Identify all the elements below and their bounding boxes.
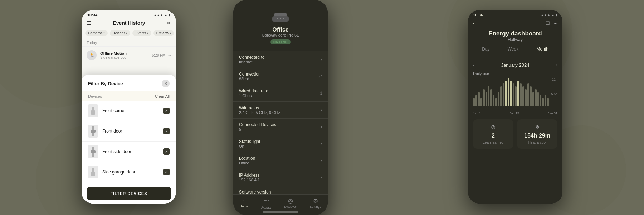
chart-x-label-1: Jan 1 — [473, 111, 481, 115]
menu-icon[interactable]: ☰ — [87, 20, 91, 26]
router-icon-container — [271, 13, 290, 23]
tab-month[interactable]: Month — [536, 47, 548, 54]
phone2-device-name: Office — [272, 27, 288, 33]
svg-rect-7 — [91, 172, 95, 176]
chart-bar — [500, 86, 502, 106]
checkbox-4[interactable]: ✓ — [163, 169, 170, 175]
filter-device-item-3[interactable]: Front side door ✓ — [82, 142, 176, 162]
bidirectional-icon-1: ⇄ — [318, 74, 322, 79]
heat-cool-label: Heat & cool — [528, 140, 547, 144]
chart-bar — [515, 86, 517, 106]
nav-item-settings[interactable]: ⚙ Settings — [309, 197, 321, 209]
chart-bar — [505, 81, 507, 106]
chart-bar — [537, 92, 539, 106]
phone3-nav-bar: ‹ ☐ ··· — [468, 19, 562, 29]
phone3-wifi-icon: ▲ — [551, 13, 555, 17]
prev-month-button[interactable]: ‹ — [473, 62, 475, 68]
list-item-wifi-radios[interactable]: Wifi radios 2.4 GHz, 5 GHz, 6 GHz › — [233, 101, 328, 118]
chart-bar — [532, 92, 534, 106]
activity-icon: 〜 — [263, 197, 269, 205]
filter-chip-preview[interactable]: Preview ▾ — [153, 30, 174, 36]
energy-dashboard-title: Energy dashboard — [473, 30, 557, 37]
filter-devices-button[interactable]: FILTER DEVICES — [87, 187, 171, 200]
device-name-1: Front corner — [102, 108, 163, 113]
event-history-title: Event History — [113, 20, 145, 26]
list-item-ip-address[interactable]: IP Address 192.168.4.1 › — [233, 169, 328, 186]
filter-device-item-2[interactable]: Front door ✓ — [82, 121, 176, 142]
filter-chip-events[interactable]: Events ▾ — [132, 30, 151, 36]
filter-by-device-title: Filter By Device — [88, 81, 123, 86]
event-time: 5:28 PM — [152, 53, 165, 57]
phone2-top: Office Gateway eero Pro 6E ONLINE — [233, 0, 328, 48]
list-item-wired-data-rate[interactable]: Wired data rate 1 Gbps ℹ — [233, 85, 328, 101]
tab-day[interactable]: Day — [482, 47, 489, 54]
svg-rect-11 — [280, 18, 281, 19]
arrow-icon-7: › — [321, 175, 322, 180]
chart-bar — [483, 89, 485, 106]
phone3-tabs: Day Week Month — [468, 47, 562, 58]
svg-rect-5 — [91, 150, 96, 153]
phone1-status-bar: 10:34 ▲▲▲ ▲ ▮ — [82, 10, 176, 19]
filter-overlay-header: Filter By Device ✕ — [82, 75, 176, 91]
chart-bar — [527, 83, 529, 106]
list-item-connected-devices[interactable]: Connected Devices 5 › — [233, 118, 328, 135]
phone1-signal-icon: ▲▲▲ — [153, 13, 163, 17]
chart-x-label-3: Jan 31 — [548, 111, 557, 115]
chart-bar — [478, 92, 480, 106]
event-name: Offline Motion — [100, 51, 128, 56]
chart-bar — [495, 98, 497, 106]
filter-chip-devices[interactable]: Devices ▾ — [110, 30, 131, 36]
filter-close-button[interactable]: ✕ — [162, 80, 170, 87]
chart-bar — [520, 83, 522, 106]
nav-item-home[interactable]: ⌂ Home — [240, 197, 248, 209]
edit-icon[interactable]: ✏ — [167, 20, 171, 26]
filter-button-bar: FILTER DEVICES — [82, 183, 176, 204]
leafs-value: 2 — [492, 133, 495, 139]
tab-week[interactable]: Week — [508, 47, 518, 54]
back-button[interactable]: ‹ — [473, 20, 475, 26]
filter-device-item-1[interactable]: Front corner ✓ — [82, 101, 176, 121]
list-item-connection[interactable]: Connection Wired ⇄ — [233, 68, 328, 85]
nav-item-activity[interactable]: 〜 Activity — [261, 197, 272, 209]
calendar-icon[interactable]: ☐ — [546, 20, 550, 26]
checkbox-2[interactable]: ✓ — [163, 128, 170, 134]
phone1-wifi-icon: ▲ — [164, 13, 167, 17]
chart-bar — [535, 89, 537, 106]
chart-bar — [530, 86, 532, 106]
phone1-header: ☰ Event History ✏ — [82, 19, 176, 29]
chart-bar — [475, 95, 477, 106]
heat-cool-value: 154h 29m — [524, 133, 550, 139]
filter-chip-cameras[interactable]: Cameras ▾ — [85, 30, 108, 36]
next-month-button[interactable]: › — [556, 62, 557, 68]
svg-rect-3 — [91, 130, 96, 133]
phone1-device: 10:34 ▲▲▲ ▲ ▮ ☰ Event History ✏ Cameras … — [82, 10, 176, 204]
more-options-icon[interactable]: ··· — [167, 53, 171, 58]
list-item-connected-to[interactable]: Connected to Internet › — [233, 51, 328, 68]
phone3-time: 10:36 — [473, 13, 483, 17]
filter-device-item-4[interactable]: Side garage door ✓ — [82, 162, 176, 182]
chart-bar — [542, 98, 544, 106]
nav-item-discover[interactable]: ◎ Discover — [284, 197, 297, 209]
event-icon: 🏃 — [87, 50, 97, 60]
phone1-time: 10:34 — [87, 13, 97, 17]
chart-bar — [547, 98, 549, 106]
clear-all-button[interactable]: Clear All — [155, 94, 170, 99]
today-label: Today — [82, 39, 176, 46]
chart-bar — [540, 95, 541, 106]
list-item-location[interactable]: Location Office › — [233, 152, 328, 169]
phone3-screen: 10:36 ▲▲▲ ▲ ▮ ‹ ☐ ··· Energy dashboard H… — [468, 10, 562, 204]
current-month-label: January 2024 — [501, 62, 530, 68]
svg-rect-8 — [274, 13, 287, 16]
phone1-screen: 10:34 ▲▲▲ ▲ ▮ ☰ Event History ✏ Cameras … — [82, 10, 176, 204]
more-options-icon[interactable]: ··· — [553, 20, 557, 26]
chart-bar — [508, 78, 509, 106]
devices-label: Devices — [88, 94, 102, 99]
leafs-icon: ⊘ — [491, 124, 496, 130]
checkbox-3[interactable]: ✓ — [163, 148, 170, 155]
arrow-icon-0: › — [321, 57, 322, 62]
list-item-status-light[interactable]: Status light On › — [233, 135, 328, 152]
phone3-status-bar: 10:36 ▲▲▲ ▲ ▮ — [468, 10, 562, 19]
phone1-filter-bar: Cameras ▾ Devices ▾ Events ▾ Preview ▾ — [82, 29, 176, 39]
checkbox-1[interactable]: ✓ — [163, 108, 170, 114]
arrow-icon-3: › — [321, 108, 322, 113]
